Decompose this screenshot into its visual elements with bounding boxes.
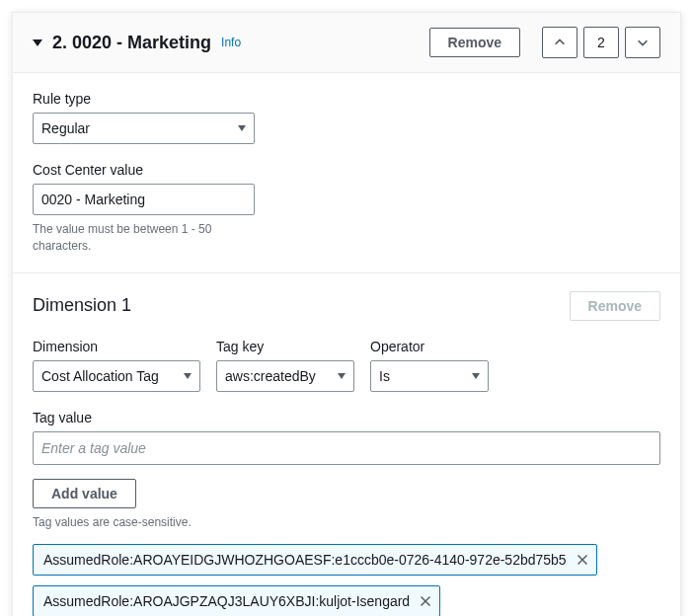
tag-key-select[interactable]: aws:createdBy [216, 360, 354, 392]
position-indicator: 2 [583, 27, 619, 58]
rule-type-value: Regular [41, 120, 90, 136]
cost-center-input[interactable] [33, 184, 255, 215]
dimension-title: Dimension 1 [33, 295, 131, 316]
panel-title: 2. 0020 - Marketing [52, 33, 211, 53]
cost-center-field: Cost Center value The value must be betw… [33, 162, 660, 255]
rule-type-field: Rule type Regular [33, 91, 660, 144]
chevron-down-icon [238, 125, 246, 131]
chevron-down-icon [184, 373, 192, 379]
chevron-down-icon [338, 373, 346, 379]
move-up-button[interactable] [542, 27, 578, 58]
chip-text: AssumedRole:AROAYEIDGJWHOZHGOAESF:e1cccb… [43, 552, 567, 568]
dimension-label: Dimension [33, 339, 200, 354]
operator-value: Is [379, 368, 390, 384]
tag-value-chips: AssumedRole:AROAYEIDGJWHOZHGOAESF:e1cccb… [33, 544, 660, 616]
tag-value-input[interactable] [33, 431, 660, 465]
tag-value-label: Tag value [33, 410, 660, 425]
rule-type-select[interactable]: Regular [33, 113, 255, 144]
tag-value-help: Tag values are case-sensitive. [33, 514, 660, 531]
chevron-down-icon [472, 373, 480, 379]
tag-value-chip: AssumedRole:AROAJGPZAQJ3LAUY6XBJI:kuljot… [33, 585, 440, 616]
rule-type-label: Rule type [33, 91, 660, 107]
cost-center-label: Cost Center value [33, 162, 660, 178]
close-icon[interactable] [420, 595, 431, 607]
operator-label: Operator [370, 339, 489, 354]
collapse-toggle-icon[interactable] [33, 39, 42, 46]
dimension-value: Cost Allocation Tag [41, 368, 159, 384]
remove-dimension-button: Remove [570, 291, 660, 321]
panel-header: 2. 0020 - Marketing Info Remove 2 [13, 13, 680, 73]
tag-key-value: aws:createdBy [225, 368, 316, 384]
operator-select[interactable]: Is [370, 360, 489, 392]
move-down-button[interactable] [625, 27, 660, 58]
chip-text: AssumedRole:AROAJGPZAQJ3LAUY6XBJI:kuljot… [43, 593, 410, 609]
close-icon[interactable] [577, 554, 588, 566]
rule-panel: 2. 0020 - Marketing Info Remove 2 Rule t… [12, 12, 681, 616]
cost-center-help: The value must be between 1 - 50 charact… [33, 221, 240, 255]
remove-rule-button[interactable]: Remove [429, 28, 520, 57]
dimension-select[interactable]: Cost Allocation Tag [33, 360, 200, 392]
divider [13, 272, 680, 273]
add-value-button[interactable]: Add value [33, 479, 136, 508]
tag-key-label: Tag key [216, 339, 354, 354]
tag-value-chip: AssumedRole:AROAYEIDGJWHOZHGOAESF:e1cccb… [33, 544, 597, 576]
info-link[interactable]: Info [221, 36, 241, 49]
